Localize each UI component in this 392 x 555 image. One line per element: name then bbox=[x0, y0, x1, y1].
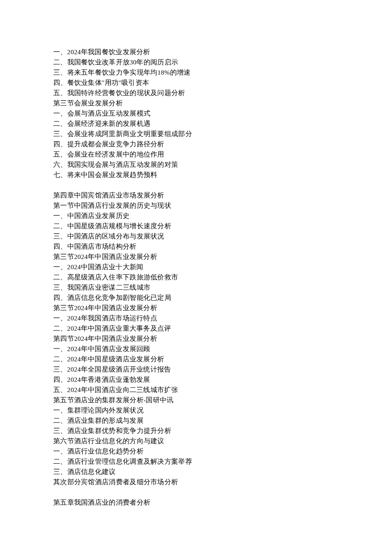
toc-line: 三、会展业将成阿里新商业文明重要组成部分 bbox=[53, 129, 339, 139]
toc-line: 三、酒店信息化建议 bbox=[53, 467, 339, 477]
toc-line: 二、2024年中国星级酒店业发展分析 bbox=[53, 354, 339, 364]
document-page: 一、2024年我国餐饮业发展分析二、我国餐饮业改革开放30年的阅历启示三、将来五… bbox=[0, 0, 392, 550]
toc-line: 三、中国酒店的区域分布与发展状况 bbox=[53, 231, 339, 241]
toc-line: 二、酒店行业管理信息化调查及解决方案举荐 bbox=[53, 456, 339, 467]
blank-line bbox=[53, 180, 339, 190]
toc-line: 二、高星级酒店入住率下跌旅游低价救市 bbox=[53, 272, 339, 282]
toc-line: 第四章中国宾馆酒店业市场发展分析 bbox=[53, 190, 339, 200]
toc-line: 五、会展业在经济发展中的地位作用 bbox=[53, 149, 339, 160]
toc-line: 二、2024年中国酒店业重大事务及点评 bbox=[53, 323, 339, 334]
toc-line: 三、我国酒店业密谋二三线城市 bbox=[53, 282, 339, 293]
toc-line: 三、将来五年餐饮业力争实现年均18%的增速 bbox=[53, 67, 339, 78]
toc-line: 第六节酒店行业信息化的方向与建议 bbox=[53, 436, 339, 446]
toc-line: 一、2024年中国酒店业发展回顾 bbox=[53, 344, 339, 354]
toc-line: 二、中国星级酒店规模与增长速度分析 bbox=[53, 221, 339, 231]
toc-line: 四、提升成都会展业竞争力路径分析 bbox=[53, 139, 339, 149]
toc-line: 第五节酒店业的集群发展分析-国研中讯 bbox=[53, 395, 339, 405]
toc-line: 三、酒店业集群优势和竞争力提升分析 bbox=[53, 426, 339, 436]
toc-line: 四、2024年香港酒店业蓬勃发展 bbox=[53, 375, 339, 385]
toc-line: 二、会展经济迎来新的发展机遇 bbox=[53, 119, 339, 129]
toc-line: 第一节中国酒店行业发展的历史与现状 bbox=[53, 200, 339, 211]
toc-line: 四、酒店信息化竞争加剧智能化已定局 bbox=[53, 293, 339, 303]
toc-line: 第四节2024年中国酒店业发展分析 bbox=[53, 334, 339, 344]
toc-line: 一、中国酒店业发展历史 bbox=[53, 211, 339, 221]
toc-line: 四、餐饮业集体"用功"吸引资本 bbox=[53, 78, 339, 88]
toc-line: 其次部分宾馆酒店消费者及细分市场分析 bbox=[53, 477, 339, 487]
blank-line bbox=[53, 487, 339, 497]
toc-line: 二、酒店业集群的形成与发展 bbox=[53, 416, 339, 426]
toc-line: 五、2024年中国酒店业向二三线城市扩张 bbox=[53, 385, 339, 395]
toc-line: 七、将来中国会展业发展趋势预料 bbox=[53, 170, 339, 180]
toc-line: 六、我国实现会展与酒店互动发展的对策 bbox=[53, 160, 339, 170]
toc-line: 一、会展与酒店业互动发展模式 bbox=[53, 108, 339, 119]
toc-line: 一、2024年我国酒店市场运行特点 bbox=[53, 313, 339, 323]
toc-line: 二、我国餐饮业改革开放30年的阅历启示 bbox=[53, 57, 339, 67]
toc-line: 第三节会展业发展分析 bbox=[53, 98, 339, 108]
toc-line: 一、集群理论国内外发展状况 bbox=[53, 405, 339, 416]
toc-line: 一、2024中国酒店业十大新闻 bbox=[53, 262, 339, 272]
toc-line: 五、我国特许经营餐饮业的现状及问题分析 bbox=[53, 88, 339, 98]
toc-line: 第三节2024年中国酒店业发展分析 bbox=[53, 303, 339, 313]
toc-line: 一、2024年我国餐饮业发展分析 bbox=[53, 47, 339, 57]
toc-line: 一、酒店行业信息化趋势分析 bbox=[53, 446, 339, 456]
toc-line: 第五章我国酒店业的消费者分析 bbox=[53, 497, 339, 508]
toc-line: 四、中国酒店市场结构分析 bbox=[53, 241, 339, 252]
toc-line: 三、2024年全国星级酒店开业统计报告 bbox=[53, 364, 339, 375]
toc-line: 第三节2024年中国酒店业发展分析 bbox=[53, 252, 339, 262]
content-block: 一、2024年我国餐饮业发展分析二、我国餐饮业改革开放30年的阅历启示三、将来五… bbox=[53, 47, 339, 508]
